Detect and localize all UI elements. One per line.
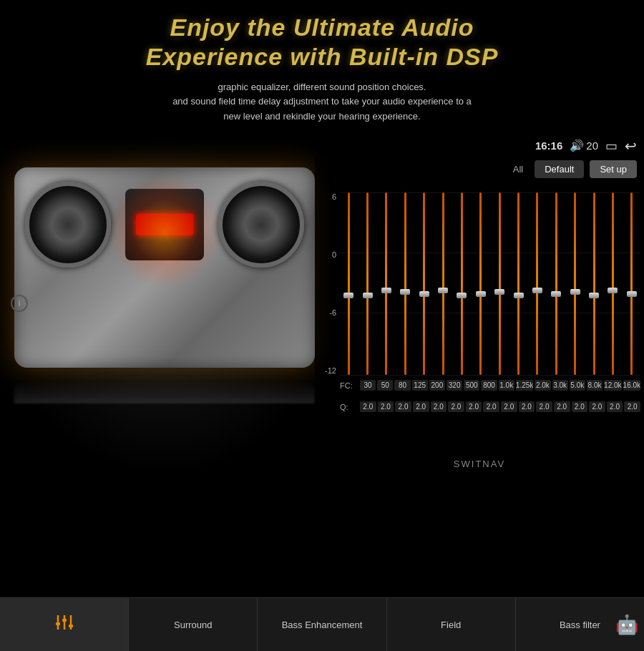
eq-band-3.0k[interactable]: [547, 192, 565, 375]
nav-item-bass-filter[interactable]: Bass filter 🤖: [516, 598, 644, 651]
robot-icon: 🤖: [615, 614, 638, 636]
q-cell-4[interactable]: 2.0: [431, 401, 447, 412]
eq-labels-area: FC: 3050801252003205008001.0k1.25k2.0k3.…: [340, 375, 640, 418]
q-cell-2[interactable]: 2.0: [395, 401, 411, 412]
svg-rect-1: [56, 622, 60, 625]
status-bar: 16:16 🔊 20 ▭ ↩: [535, 137, 637, 155]
fc-cell-1.25k[interactable]: 1.25k: [516, 380, 533, 391]
volume-icon: 🔊: [570, 139, 584, 152]
eq-band-200[interactable]: [416, 192, 433, 375]
fc-cell-1.0k[interactable]: 1.0k: [499, 380, 514, 391]
eq-band-80[interactable]: [378, 192, 395, 375]
q-cell-11[interactable]: 2.0: [554, 401, 570, 412]
fc-cell-500[interactable]: 500: [464, 380, 479, 391]
fc-cell-12.0k[interactable]: 12.0k: [604, 380, 621, 391]
eq-track-80: [385, 192, 387, 375]
eq-track-8.0k: [593, 192, 595, 375]
eq-handle-500[interactable]: [457, 293, 467, 298]
eq-band-800[interactable]: [472, 192, 489, 375]
fc-cell-3.0k[interactable]: 3.0k: [552, 380, 568, 391]
eq-handle-1.25k[interactable]: [514, 293, 524, 298]
default-button[interactable]: Default: [535, 160, 584, 178]
eq-handle-30[interactable]: [343, 293, 353, 298]
fc-cell-8.0k[interactable]: 8.0k: [587, 380, 602, 391]
q-cell-14[interactable]: 2.0: [607, 401, 623, 412]
eq-handle-12.0k[interactable]: [608, 288, 618, 293]
status-time: 16:16: [535, 140, 562, 152]
eq-handle-320[interactable]: [438, 288, 448, 293]
eq-track-3.0k: [555, 192, 557, 375]
eq-track-800: [479, 192, 482, 375]
q-cell-13[interactable]: 2.0: [589, 401, 605, 412]
eq-handle-2.0k[interactable]: [532, 288, 542, 293]
fc-cell-80[interactable]: 80: [394, 380, 410, 391]
eq-track-50: [366, 192, 369, 375]
eq-band-2.0k[interactable]: [529, 192, 546, 375]
eq-handle-800[interactable]: [476, 291, 486, 297]
fc-cell-30[interactable]: 30: [360, 380, 376, 391]
eq-handle-8.0k[interactable]: [589, 293, 599, 298]
nav-item-equalizer[interactable]: [0, 598, 129, 651]
eq-band-320[interactable]: [434, 192, 452, 375]
q-row: Q: 2.02.02.02.02.02.02.02.02.02.02.02.02…: [340, 396, 640, 418]
q-cell-5[interactable]: 2.0: [448, 401, 464, 412]
q-label: Q:: [340, 403, 360, 411]
boombox-area: i: [0, 132, 329, 475]
eq-handle-5.0k[interactable]: [570, 289, 580, 295]
q-cell-8[interactable]: 2.0: [501, 401, 517, 412]
fc-cell-2.0k[interactable]: 2.0k: [535, 380, 550, 391]
fc-cell-125[interactable]: 125: [412, 380, 428, 391]
subtitle-text: graphic equalizer, different sound posit…: [14, 80, 630, 124]
fc-cell-200[interactable]: 200: [429, 380, 445, 391]
fc-cell-320[interactable]: 320: [447, 380, 462, 391]
q-cell-12[interactable]: 2.0: [572, 401, 588, 412]
eq-band-30[interactable]: [340, 192, 357, 375]
eq-band-1.25k[interactable]: [509, 192, 527, 375]
fc-cell-5.0k[interactable]: 5.0k: [570, 380, 585, 391]
all-button[interactable]: All: [507, 161, 529, 177]
eq-controls: All Default Set up: [507, 160, 637, 178]
eq-band-16.0k[interactable]: [623, 192, 640, 375]
eq-handle-50[interactable]: [363, 293, 373, 298]
q-cell-10[interactable]: 2.0: [536, 401, 552, 412]
eq-band-1.0k[interactable]: [491, 192, 508, 375]
eq-handle-125[interactable]: [400, 289, 410, 295]
eq-track-16.0k: [630, 192, 633, 375]
eq-band-5.0k[interactable]: [567, 192, 584, 375]
nav-item-surround[interactable]: Surround: [129, 598, 258, 651]
q-cell-0[interactable]: 2.0: [360, 401, 376, 412]
q-cell-15[interactable]: 2.0: [624, 401, 640, 412]
eq-band-125[interactable]: [396, 192, 414, 375]
eq-band-500[interactable]: [453, 192, 470, 375]
fc-cell-50[interactable]: 50: [377, 380, 393, 391]
eq-track-1.0k: [499, 192, 501, 375]
main-title: Enjoy the Ultimate Audio Experience with…: [14, 13, 630, 72]
q-cell-3[interactable]: 2.0: [413, 401, 429, 412]
setup-button[interactable]: Set up: [590, 160, 637, 178]
q-cell-6[interactable]: 2.0: [466, 401, 482, 412]
boombox-reflection: [14, 381, 315, 403]
q-cell-1[interactable]: 2.0: [378, 401, 394, 412]
nav-item-field[interactable]: Field: [387, 598, 516, 651]
nav-item-bass[interactable]: Bass Enhancement: [258, 598, 386, 651]
eq-track-2.0k: [536, 192, 538, 375]
back-button[interactable]: ↩: [625, 137, 637, 155]
boombox-body: [14, 167, 315, 368]
eq-band-8.0k[interactable]: [585, 192, 602, 375]
eq-track-5.0k: [574, 192, 576, 375]
q-cell-7[interactable]: 2.0: [483, 401, 499, 412]
eq-sliders-area: 6 0 -6 -12 FC: 3050801252003205008001.0k…: [315, 185, 644, 418]
eq-handle-16.0k[interactable]: [627, 291, 637, 297]
bass-filter-label: Bass filter: [560, 620, 600, 630]
info-button[interactable]: i: [11, 295, 28, 312]
eq-handle-200[interactable]: [419, 291, 429, 297]
eq-handle-1.0k[interactable]: [494, 289, 504, 295]
boombox-center: [125, 189, 204, 260]
eq-band-12.0k[interactable]: [604, 192, 621, 375]
eq-handle-3.0k[interactable]: [551, 291, 561, 297]
fc-cell-800[interactable]: 800: [481, 380, 497, 391]
eq-handle-80[interactable]: [381, 288, 391, 293]
fc-cell-16.0k[interactable]: 16.0k: [623, 380, 640, 391]
q-cell-9[interactable]: 2.0: [519, 401, 535, 412]
eq-band-50[interactable]: [358, 192, 376, 375]
